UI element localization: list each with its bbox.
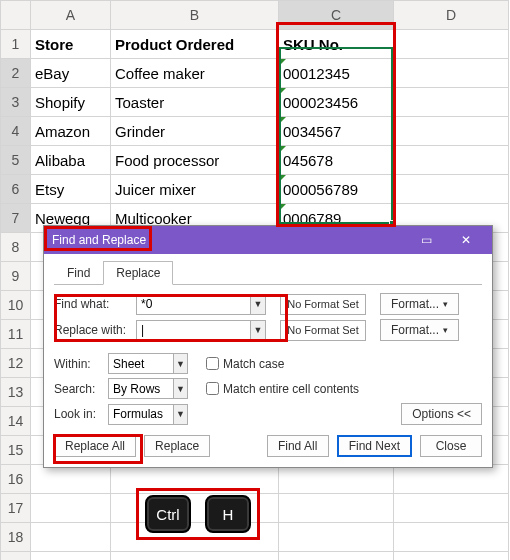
- cell[interactable]: [111, 465, 279, 494]
- row-header[interactable]: 11: [1, 320, 31, 349]
- row-header[interactable]: 8: [1, 233, 31, 262]
- cell-sku[interactable]: 045678: [279, 146, 394, 175]
- replace-format-button[interactable]: Format...: [380, 319, 459, 341]
- cell[interactable]: [394, 117, 509, 146]
- lookin-select[interactable]: ▼: [108, 404, 188, 425]
- cell-c1[interactable]: SKU No.: [279, 30, 394, 59]
- cell[interactable]: Coffee maker: [111, 59, 279, 88]
- chevron-down-icon[interactable]: ▼: [250, 321, 265, 340]
- row-header[interactable]: 1: [1, 30, 31, 59]
- col-header-b[interactable]: B: [111, 1, 279, 30]
- options-button[interactable]: Options <<: [401, 403, 482, 425]
- row-header[interactable]: 7: [1, 204, 31, 233]
- cell[interactable]: [394, 146, 509, 175]
- cell[interactable]: [279, 494, 394, 523]
- cell[interactable]: Etsy: [31, 175, 111, 204]
- select-all-corner[interactable]: [1, 1, 31, 30]
- search-value: [109, 379, 173, 398]
- search-select[interactable]: ▼: [108, 378, 188, 399]
- find-format-button[interactable]: Format...: [380, 293, 459, 315]
- replace-with-input[interactable]: [137, 321, 250, 340]
- shortcut-keys: Ctrl H: [145, 495, 251, 533]
- chevron-down-icon[interactable]: ▼: [173, 379, 187, 398]
- cell[interactable]: Alibaba: [31, 146, 111, 175]
- cell-a1[interactable]: Store: [31, 30, 111, 59]
- lookin-label: Look in:: [54, 407, 104, 421]
- cell[interactable]: [394, 465, 509, 494]
- cell[interactable]: [394, 59, 509, 88]
- find-all-button[interactable]: Find All: [267, 435, 329, 457]
- tab-replace[interactable]: Replace: [103, 261, 173, 285]
- cell[interactable]: [394, 494, 509, 523]
- cell-sku[interactable]: 0034567: [279, 117, 394, 146]
- row-header[interactable]: 10: [1, 291, 31, 320]
- row-header[interactable]: 17: [1, 494, 31, 523]
- cell[interactable]: [31, 552, 111, 561]
- row-header[interactable]: 16: [1, 465, 31, 494]
- cell-sku[interactable]: 000056789: [279, 175, 394, 204]
- row-header[interactable]: 5: [1, 146, 31, 175]
- cell[interactable]: Food processor: [111, 146, 279, 175]
- row-header[interactable]: 4: [1, 117, 31, 146]
- col-header-c[interactable]: C: [279, 1, 394, 30]
- row-header[interactable]: 13: [1, 378, 31, 407]
- replace-format-preview: No Format Set: [280, 320, 366, 341]
- cell[interactable]: [31, 465, 111, 494]
- dialog-titlebar[interactable]: Find and Replace ▭ ✕: [44, 226, 492, 254]
- key-ctrl: Ctrl: [145, 495, 191, 533]
- col-header-a[interactable]: A: [31, 1, 111, 30]
- replace-with-combo[interactable]: ▼: [136, 320, 266, 341]
- dialog-title: Find and Replace: [52, 233, 406, 247]
- cell[interactable]: Grinder: [111, 117, 279, 146]
- replace-button[interactable]: Replace: [144, 435, 210, 457]
- cell-d1[interactable]: [394, 30, 509, 59]
- maximize-icon[interactable]: ▭: [406, 226, 446, 254]
- within-label: Within:: [54, 357, 104, 371]
- within-select[interactable]: ▼: [108, 353, 188, 374]
- cell-sku[interactable]: 000023456: [279, 88, 394, 117]
- cell[interactable]: [394, 88, 509, 117]
- col-header-d[interactable]: D: [394, 1, 509, 30]
- row-header[interactable]: 6: [1, 175, 31, 204]
- within-value: [109, 354, 173, 373]
- find-replace-dialog: Find and Replace ▭ ✕ Find Replace Find w…: [43, 225, 493, 468]
- row-header[interactable]: 19: [1, 552, 31, 561]
- replace-all-button[interactable]: Replace All: [54, 435, 136, 457]
- match-case-checkbox[interactable]: Match case: [206, 357, 284, 371]
- search-label: Search:: [54, 382, 104, 396]
- row-header[interactable]: 18: [1, 523, 31, 552]
- row-header[interactable]: 12: [1, 349, 31, 378]
- row-header[interactable]: 9: [1, 262, 31, 291]
- cell[interactable]: [394, 523, 509, 552]
- find-what-combo[interactable]: ▼: [136, 294, 266, 315]
- cell[interactable]: Amazon: [31, 117, 111, 146]
- cell-sku[interactable]: 00012345: [279, 59, 394, 88]
- cell[interactable]: [279, 552, 394, 561]
- cell[interactable]: [111, 552, 279, 561]
- cell[interactable]: [31, 494, 111, 523]
- row-header[interactable]: 2: [1, 59, 31, 88]
- chevron-down-icon[interactable]: ▼: [250, 295, 265, 314]
- tab-find[interactable]: Find: [54, 261, 103, 285]
- row-header[interactable]: 15: [1, 436, 31, 465]
- cell[interactable]: eBay: [31, 59, 111, 88]
- chevron-down-icon[interactable]: ▼: [173, 354, 187, 373]
- chevron-down-icon[interactable]: ▼: [173, 405, 187, 424]
- cell[interactable]: [279, 465, 394, 494]
- cell[interactable]: Juicer mixer: [111, 175, 279, 204]
- row-header[interactable]: 14: [1, 407, 31, 436]
- close-icon[interactable]: ✕: [446, 226, 486, 254]
- cell[interactable]: Toaster: [111, 88, 279, 117]
- close-button[interactable]: Close: [420, 435, 482, 457]
- cell[interactable]: [394, 175, 509, 204]
- cell[interactable]: Shopify: [31, 88, 111, 117]
- cell[interactable]: [279, 523, 394, 552]
- replace-with-label: Replace with:: [54, 323, 132, 337]
- cell[interactable]: [31, 523, 111, 552]
- cell-b1[interactable]: Product Ordered: [111, 30, 279, 59]
- row-header[interactable]: 3: [1, 88, 31, 117]
- match-entire-checkbox[interactable]: Match entire cell contents: [206, 382, 359, 396]
- find-next-button[interactable]: Find Next: [337, 435, 412, 457]
- find-what-input[interactable]: [137, 295, 250, 314]
- cell[interactable]: [394, 552, 509, 561]
